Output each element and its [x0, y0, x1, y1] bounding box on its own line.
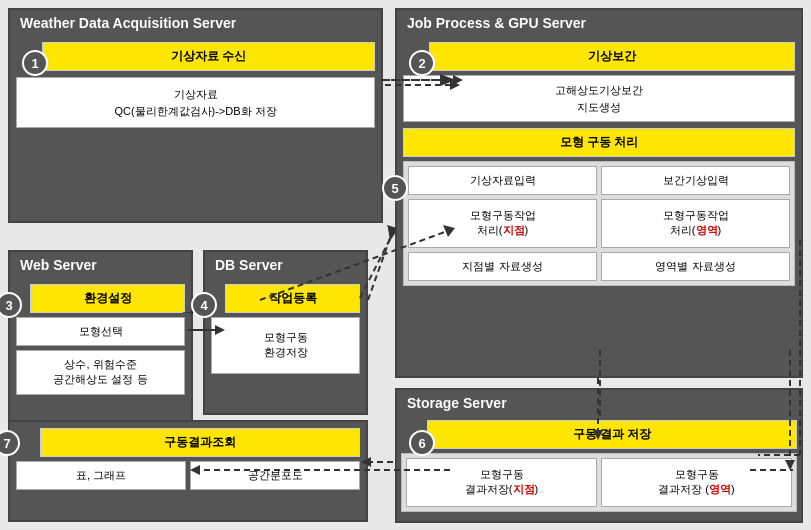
gpu-step2-content: 고해상도기상보간지도생성	[403, 75, 795, 122]
weather-step1-label: 기상자료 수신	[42, 42, 375, 71]
result-step-label: 구동결과조회	[40, 428, 360, 457]
db-server-title: DB Server	[205, 252, 366, 278]
circle-2: 2	[409, 50, 435, 76]
gpu-grid-item-1: 기상자료입력	[408, 166, 597, 195]
circle-1: 1	[22, 50, 48, 76]
weather-server: Weather Data Acquisition Server 1 기상자료 수…	[8, 8, 383, 223]
web-step-label: 환경설정	[30, 284, 185, 313]
svg-line-15	[368, 230, 393, 300]
result-item-2: 공간분포도	[190, 461, 360, 490]
db-server: DB Server 4 → 작업등록 모형구동환경저장	[203, 250, 368, 415]
storage-grid-2: 모형구동결과저장 (영역)	[601, 458, 792, 507]
web-item-2: 상수, 위험수준공간해상도 설정 등	[16, 350, 185, 395]
gpu-grid-item-5: 지점별 자료생성	[408, 252, 597, 281]
db-item-1: 모형구동환경저장	[211, 317, 360, 374]
db-step-label: 작업등록	[225, 284, 360, 313]
gpu-grid-item-2: 보간기상입력	[601, 166, 790, 195]
weather-server-title: Weather Data Acquisition Server	[10, 10, 381, 36]
storage-step-label: 구동 결과 저장	[427, 420, 797, 449]
web-server-title: Web Server	[10, 252, 191, 278]
gpu-grid-item-4: 모형구동작업처리(영역)	[601, 199, 790, 248]
result-view-box: 구동결과조회 표, 그래프 공간분포도	[8, 420, 368, 522]
web-item-1: 모형선택	[16, 317, 185, 346]
gpu-step5-label: 모형 구동 처리	[403, 128, 795, 157]
result-item-1: 표, 그래프	[16, 461, 186, 490]
web-to-db-arrow: →	[179, 302, 197, 323]
gpu-step2-label: 기상보간	[429, 42, 795, 71]
gpu-server-title: Job Process & GPU Server	[397, 10, 801, 36]
storage-server: Storage Server 6 구동 결과 저장 모형구동결과저장(지점) 모…	[395, 388, 803, 523]
storage-grid-1: 모형구동결과저장(지점)	[406, 458, 597, 507]
storage-server-title: Storage Server	[397, 390, 801, 416]
circle-6: 6	[409, 430, 435, 456]
weather-step1-content: 기상자료QC(물리한계값검사)->DB화 저장	[16, 77, 375, 128]
gpu-grid-item-6: 영역별 자료생성	[601, 252, 790, 281]
gpu-grid-item-3: 모형구동작업처리(지점)	[408, 199, 597, 248]
gpu-server: Job Process & GPU Server 2 기상보간 고해상도기상보간…	[395, 8, 803, 378]
circle-5: 5	[382, 175, 408, 201]
